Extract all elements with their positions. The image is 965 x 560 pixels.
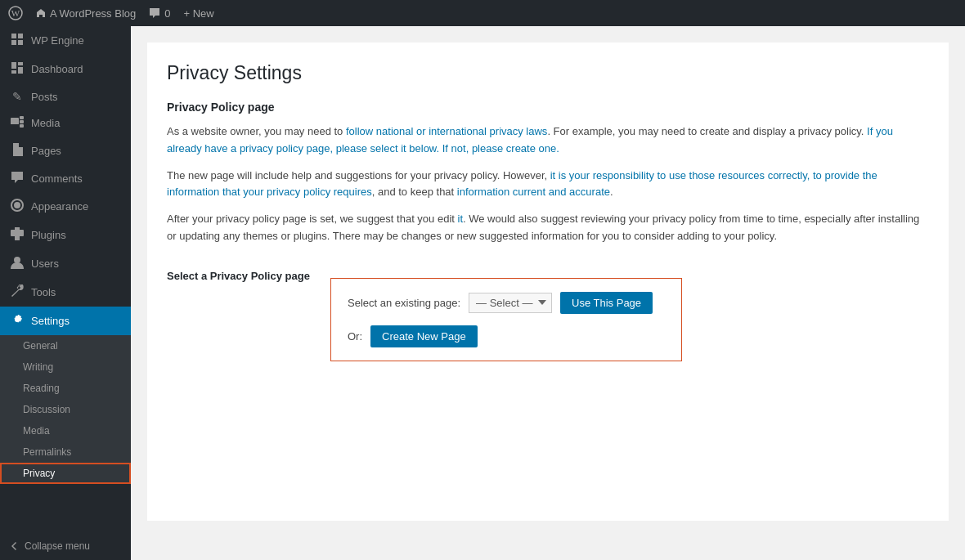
plugins-icon [10,227,25,243]
svg-rect-9 [20,120,24,123]
svg-rect-12 [11,230,24,236]
sidebar-label-settings: Settings [31,315,70,327]
use-this-page-button[interactable]: Use This Page [560,292,653,314]
sidebar-label-appearance: Appearance [31,200,88,213]
sidebar-item-appearance[interactable]: Appearance [0,192,131,221]
submenu-item-reading[interactable]: Reading [0,378,131,399]
content-wrap: Privacy Settings Privacy Policy page As … [147,43,949,521]
svg-rect-10 [20,124,24,128]
sidebar-item-dashboard[interactable]: Dashboard [0,55,131,83]
svg-text:W: W [11,8,20,18]
page-title: Privacy Settings [167,62,929,84]
create-new-page-button[interactable]: Create New Page [370,325,478,347]
or-row: Or: Create New Page [348,325,665,347]
svg-rect-2 [11,34,16,38]
select-existing-label: Select an existing page: [348,297,460,309]
description-para-1: As a website owner, you may need to foll… [167,123,929,158]
sidebar-label-pages: Pages [31,145,61,157]
posts-icon: ✎ [10,90,25,103]
new-button[interactable]: + New [184,7,214,20]
comments-button[interactable]: 0 [149,7,170,20]
sidebar-item-plugins[interactable]: Plugins [0,221,131,249]
sidebar-item-users[interactable]: Users [0,249,131,278]
users-icon [10,256,25,271]
svg-rect-8 [20,116,24,119]
main-content: Privacy Settings Privacy Policy page As … [131,26,965,560]
svg-rect-13 [15,236,20,240]
svg-rect-11 [15,227,20,230]
media-icon [10,116,25,130]
sidebar-label-wp-engine: WP Engine [31,34,84,47]
wp-engine-icon [10,33,25,48]
link-edit[interactable]: it [458,213,464,225]
settings-icon [10,313,25,329]
sidebar-item-media[interactable]: Media [0,110,131,137]
or-label: Or: [348,330,362,343]
link-current[interactable]: information current and accurate [457,186,610,198]
sidebar-item-pages[interactable]: Pages [0,137,131,165]
description-para-3: After your privacy policy page is set, w… [167,211,929,245]
description-para-2: The new page will include help and sugge… [167,168,929,202]
settings-submenu: General Writing Reading Discussion Media… [0,335,131,484]
submenu-item-discussion[interactable]: Discussion [0,399,131,420]
submenu-item-general[interactable]: General [0,335,131,356]
dashboard-icon [10,61,25,77]
site-name[interactable]: A WordPress Blog [36,7,136,20]
select-privacy-label: Select a Privacy Policy page [167,262,314,282]
section-title: Privacy Policy page [167,101,929,114]
privacy-policy-box: Select an existing page: — Select — Use … [330,278,682,361]
submenu-item-permalinks[interactable]: Permalinks [0,441,131,463]
sidebar-label-tools: Tools [31,286,56,298]
tools-icon [10,284,25,300]
comments-icon [10,172,25,186]
sidebar-label-users: Users [31,258,59,270]
sidebar-item-posts[interactable]: ✎ Posts [0,83,131,110]
select-existing-row: Select an existing page: — Select — Use … [348,292,665,314]
sidebar-item-wp-engine[interactable]: WP Engine [0,26,131,55]
submenu-item-writing[interactable]: Writing [0,356,131,378]
sidebar-label-media: Media [31,117,60,129]
collapse-menu-button[interactable]: Collapse menu [0,532,131,560]
sidebar-item-comments[interactable]: Comments [0,165,131,192]
sidebar-label-posts: Posts [31,91,58,103]
settings-row: Select a Privacy Policy page Select an e… [167,262,929,361]
appearance-icon [10,199,25,214]
sidebar-label-plugins: Plugins [31,229,66,241]
svg-rect-3 [18,34,23,38]
svg-rect-5 [18,40,23,45]
svg-point-14 [14,257,20,263]
page-select-dropdown[interactable]: — Select — [469,293,552,313]
submenu-item-media[interactable]: Media [0,420,131,441]
link-national[interactable]: follow national or international privacy… [346,125,547,137]
sidebar-label-comments: Comments [31,172,83,185]
submenu-item-privacy[interactable]: Privacy [0,463,131,484]
wp-logo[interactable]: W [8,6,23,20]
sidebar-item-settings[interactable]: Settings [0,307,131,335]
sidebar-label-dashboard: Dashboard [31,63,83,75]
pages-icon [10,143,25,159]
sidebar: WP Engine Dashboard ✎ Posts Media Pages [0,26,131,560]
sidebar-item-tools[interactable]: Tools [0,278,131,307]
svg-rect-4 [11,40,16,45]
